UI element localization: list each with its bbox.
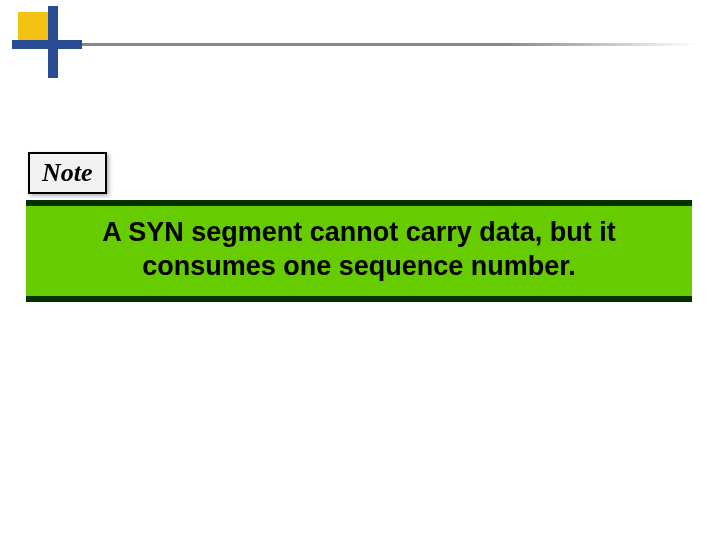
blue-horizontal-bar-icon	[12, 40, 82, 49]
slide-header-decoration	[0, 0, 720, 100]
note-label-box: Note	[28, 152, 107, 194]
horizontal-rule	[58, 43, 698, 46]
note-banner-text: A SYN segment cannot carry data, but it …	[44, 216, 674, 284]
note-label: Note	[42, 158, 93, 187]
note-banner: A SYN segment cannot carry data, but it …	[26, 200, 692, 302]
